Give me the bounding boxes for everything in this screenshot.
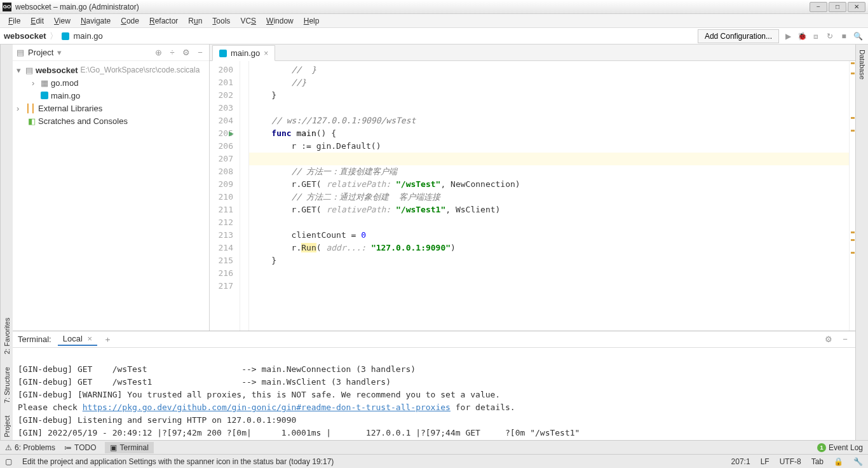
menu-refactor[interactable]: Refactor [145,15,182,27]
breadcrumb: websocket 〉 main.go [0,31,103,42]
terminal-tab-local[interactable]: Local × [58,333,97,346]
add-configuration-button[interactable]: Add Configuration... [698,29,779,43]
project-path: E:\Go_WorkSpace\src\code.scicala [80,65,200,74]
debug-icon[interactable]: 🐞 [797,31,807,41]
toolwindow-problems[interactable]: ⚠ 6: Problems [5,443,55,452]
expand-icon[interactable]: ÷ [167,48,177,58]
sidebar-title[interactable]: Project [28,48,53,57]
file-label: go.mod [51,78,78,88]
menu-vcs[interactable]: VCS [236,15,261,27]
window-controls: − □ ✕ [810,2,865,12]
menu-view[interactable]: View [50,15,75,27]
tool-structure[interactable]: 7: Structure [2,363,12,407]
hide-icon[interactable]: − [840,334,850,345]
status-indent[interactable]: Tab [811,457,824,466]
file-label: main.go [51,91,80,100]
coverage-icon[interactable]: ⧈ [811,31,821,41]
status-encoding[interactable]: UTF-8 [780,457,801,466]
go-file-icon [62,32,69,40]
close-button[interactable]: ✕ [848,2,865,12]
breadcrumb-sep: 〉 [50,31,58,42]
breadcrumb-file[interactable]: main.go [73,31,102,41]
menu-navigate[interactable]: Navigate [76,15,115,27]
tree-file-maingo[interactable]: main.go [13,89,209,102]
project-name: websocket [36,65,78,75]
bottom-toolbar: ⚠ 6: Problems ≔ TODO ▣ Terminal 1 Event … [0,440,868,454]
minimize-button[interactable]: − [810,2,827,12]
menu-window[interactable]: Window [262,15,298,27]
tab-label: main.go [231,48,260,58]
status-hint: Edit the project and application Setting… [22,457,334,466]
go-file-icon [219,50,227,57]
editor-tabs: main.go × [210,45,855,61]
menu-run[interactable]: Run [184,15,207,27]
stop-icon[interactable]: ■ [839,31,849,41]
lock-icon[interactable]: 🔒 [834,457,843,466]
status-panel-icon[interactable]: ▢ [5,457,12,466]
terminal-header: Terminal: Local × ＋ ⚙ − [13,331,855,348]
add-terminal-icon[interactable]: ＋ [104,334,112,345]
toolwindow-terminal[interactable]: ▣ Terminal [105,442,153,453]
folder-icon: ▤ [17,48,24,57]
statusbar: ▢ Edit the project and application Setti… [0,454,868,468]
profile-icon[interactable]: ↻ [825,31,835,41]
dropdown-icon[interactable]: ▾ [57,48,62,57]
terminal-label: Terminal: [18,334,51,344]
toolwindow-todo[interactable]: ≔ TODO [64,443,96,452]
gear-icon[interactable]: ⚙ [824,334,834,345]
spanner-icon[interactable]: 🔧 [853,457,863,466]
editor-tab-maingo[interactable]: main.go × [212,45,275,61]
tool-database[interactable]: Database [858,50,866,79]
target-icon[interactable]: ⊕ [153,48,163,58]
terminal-panel: Terminal: Local × ＋ ⚙ − [GIN-debug] GET … [13,331,855,454]
terminal-output[interactable]: [GIN-debug] GET /wsTest --> main.NewConn… [13,348,855,454]
tool-favorites[interactable]: 2: Favorites [2,313,12,357]
status-line-sep[interactable]: LF [761,457,770,466]
tree-file-gomod[interactable]: › ▦ go.mod [13,76,209,89]
menu-code[interactable]: Code [116,15,144,27]
menu-tools[interactable]: Tools [208,15,234,27]
tree-external-libs[interactable]: › ┃┃ External Libraries [13,102,209,114]
tree-project-root[interactable]: ▾ ▤ websocket E:\Go_WorkSpace\src\code.s… [13,64,209,76]
menu-file[interactable]: File [4,15,25,27]
status-position[interactable]: 207:1 [731,457,750,466]
sidebar-header: ▤ Project ▾ ⊕ ÷ ⚙ − [13,45,209,61]
project-tree: ▾ ▤ websocket E:\Go_WorkSpace\src\code.s… [13,61,209,130]
close-icon[interactable]: × [87,334,92,343]
app-icon: GO [3,3,11,11]
search-icon[interactable]: 🔍 [853,31,863,41]
navbar: websocket 〉 main.go Add Configuration...… [0,28,868,45]
external-libs-label: External Libraries [38,104,102,113]
scratches-label: Scratches and Consoles [38,116,128,126]
window-title: websocket – main.go (Administrator) [15,3,810,11]
tree-scratches[interactable]: ◧ Scratches and Consoles [13,114,209,127]
menubar: File Edit View Navigate Code Refactor Ru… [0,14,868,28]
gear-icon[interactable]: ⚙ [181,48,191,58]
menu-edit[interactable]: Edit [26,15,48,27]
menu-help[interactable]: Help [299,15,324,27]
right-tool-strip: Database [855,45,868,454]
go-file-icon [41,92,48,99]
titlebar: GO websocket – main.go (Administrator) −… [0,0,868,14]
maximize-button[interactable]: □ [829,2,846,12]
tab-close-icon[interactable]: × [264,49,268,58]
left-tool-strip: 1: Project 7: Structure 2: Favorites [0,45,13,454]
breadcrumb-root[interactable]: websocket [4,31,46,41]
toolwindow-eventlog[interactable]: 1 Event Log [817,443,863,452]
hide-icon[interactable]: − [195,48,205,58]
run-icon[interactable]: ▶ [783,31,793,41]
